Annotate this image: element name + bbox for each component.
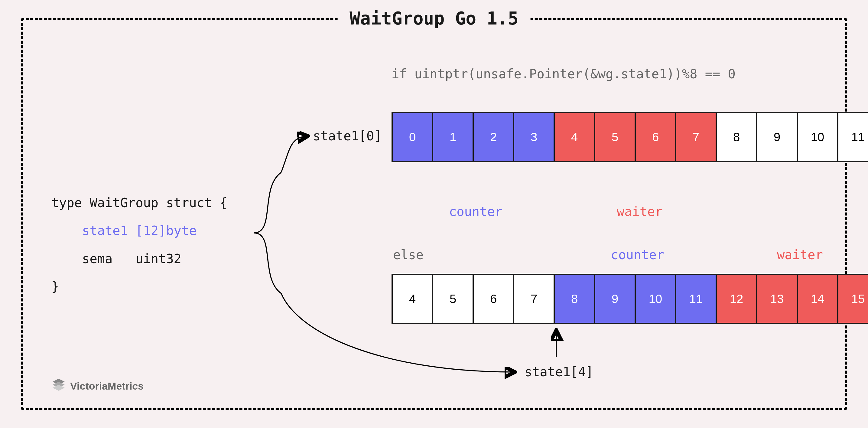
byte-array-aligned: 01234567891011 — [392, 112, 868, 162]
state1-index-4: state1[4] — [525, 365, 593, 379]
byte-cell: 10 — [797, 113, 837, 161]
byte-cell: 10 — [634, 275, 675, 323]
struct-line-close: } — [52, 279, 59, 294]
byte-cell: 9 — [594, 275, 634, 323]
struct-definition: type WaitGroup struct { state1 [12]byte … — [52, 189, 227, 301]
struct-field-sema: sema uint32 — [82, 251, 181, 266]
struct-line-open: type WaitGroup struct { — [52, 195, 227, 210]
byte-cell: 1 — [432, 113, 472, 161]
else-label: else — [393, 247, 424, 262]
byte-cell: 4 — [554, 113, 594, 161]
byte-cell: 2 — [472, 113, 513, 161]
byte-cell: 5 — [594, 113, 634, 161]
byte-cell: 12 — [716, 275, 756, 323]
byte-cell: 8 — [716, 113, 756, 161]
victoriametrics-logo-text: VictoriaMetrics — [70, 380, 144, 392]
victoriametrics-logo-icon — [52, 379, 66, 393]
struct-field-state1: state1 [12]byte — [82, 223, 196, 238]
byte-cell: 6 — [634, 113, 675, 161]
byte-cell: 0 — [393, 113, 432, 161]
byte-cell: 5 — [432, 275, 472, 323]
byte-cell: 11 — [675, 275, 716, 323]
byte-array-unaligned: 456789101112131415 — [392, 274, 868, 324]
counter-label-top: counter — [449, 204, 502, 219]
byte-cell: 3 — [513, 113, 554, 161]
alignment-condition: if uintptr(unsafe.Pointer(&wg.state1))%8… — [392, 66, 736, 81]
victoriametrics-logo: VictoriaMetrics — [52, 379, 144, 393]
diagram-title: WaitGroup Go 1.5 — [337, 8, 531, 29]
byte-cell: 7 — [513, 275, 554, 323]
byte-cell: 4 — [393, 275, 432, 323]
byte-cell: 7 — [675, 113, 716, 161]
waiter-label-bot: waiter — [777, 247, 823, 262]
byte-cell: 13 — [756, 275, 797, 323]
byte-cell: 14 — [797, 275, 837, 323]
byte-cell: 6 — [472, 275, 513, 323]
byte-cell: 9 — [756, 113, 797, 161]
state1-index-0: state1[0] — [313, 128, 382, 143]
byte-cell: 15 — [837, 275, 868, 323]
counter-label-bot: counter — [611, 247, 664, 262]
byte-cell: 11 — [837, 113, 868, 161]
waiter-label-top: waiter — [617, 204, 663, 219]
byte-cell: 8 — [554, 275, 594, 323]
